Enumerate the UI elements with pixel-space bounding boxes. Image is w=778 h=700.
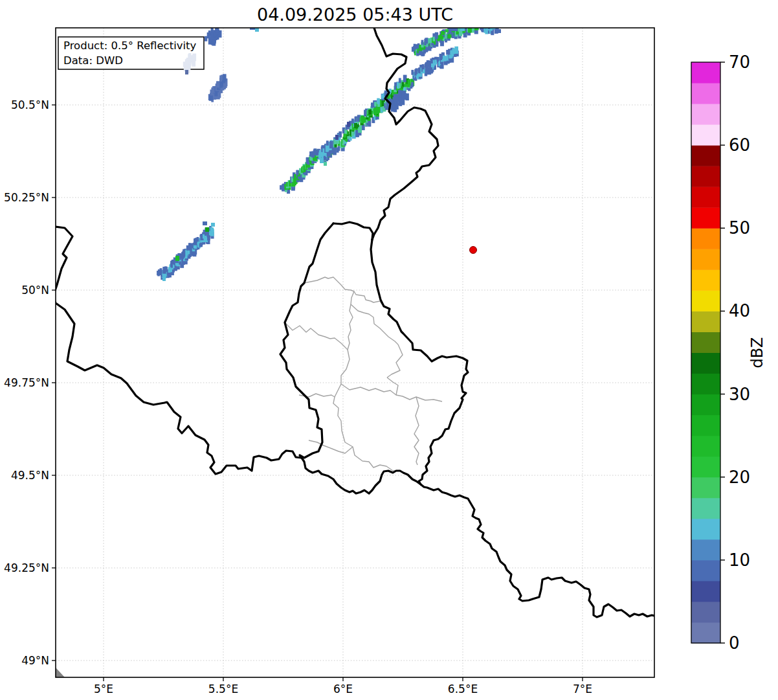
- echo-cell: [223, 74, 227, 82]
- colorbar-segment: [691, 602, 720, 623]
- colorbar-segment: [691, 498, 720, 519]
- echo-cell: [441, 31, 445, 35]
- colorbar-tick-label: 60: [729, 135, 750, 155]
- echo-cell: [185, 70, 188, 74]
- colorbar-segment: [691, 290, 720, 311]
- y-tick-label: 49.25°N: [4, 561, 49, 574]
- corner-artifact: [56, 668, 65, 677]
- colorbar-segment: [691, 228, 720, 249]
- echo-cell: [329, 141, 333, 149]
- echo-cell: [431, 63, 434, 67]
- echo-band-top: [412, 20, 479, 56]
- canton-line-5: [387, 344, 403, 378]
- x-tick-label: 5°E: [94, 683, 113, 695]
- echo-cell: [472, 24, 474, 30]
- y-tick-label: 49.5°N: [11, 469, 49, 482]
- colorbar-tick-label: 50: [729, 218, 750, 238]
- colorbar-segment: [691, 332, 720, 353]
- colorbar-segment: [691, 83, 720, 104]
- y-tick-label: 49°N: [21, 654, 49, 667]
- colorbar-segment: [691, 374, 720, 395]
- colorbar-tick-label: 10: [729, 550, 750, 570]
- x-tick-label: 6°E: [333, 683, 353, 695]
- echo-cell: [255, 28, 259, 32]
- plot-area-group: [54, 20, 654, 677]
- echo-cell: [211, 223, 215, 227]
- luxembourg-north-border: [333, 222, 373, 240]
- echo-cell: [165, 267, 168, 272]
- echo-cell: [320, 158, 324, 163]
- echo-cell: [497, 29, 501, 33]
- colorbar-tick-label: 40: [729, 301, 750, 321]
- colorbar-segment: [691, 539, 720, 561]
- luxembourg-west-border: [280, 223, 333, 458]
- colorbar-segment: [691, 207, 720, 229]
- x-tick-label: 6.5°E: [448, 683, 478, 695]
- product-info-box: Product: 0.5° Reflectivity Data: DWD: [58, 37, 202, 71]
- colorbar-tick-label: 30: [729, 385, 750, 404]
- y-tick-label: 50°N: [21, 284, 49, 297]
- echo-cell: [203, 221, 207, 225]
- echo-cell: [210, 227, 213, 232]
- echo-cluster-lowleft: [157, 226, 214, 280]
- echo-cell: [421, 40, 424, 45]
- data-source-label: Data: DWD: [63, 53, 196, 68]
- echo-cell: [197, 237, 199, 242]
- echo-cell: [411, 82, 414, 87]
- colorbar-unit-label: dBZ: [748, 337, 766, 368]
- echo-cell: [310, 152, 313, 157]
- echo-cell: [436, 34, 438, 39]
- y-tick-label: 50.25°N: [4, 191, 49, 204]
- colorbar-segment: [691, 477, 720, 499]
- radar-site-marker: [470, 247, 477, 254]
- echo-cell: [428, 38, 430, 43]
- echo-cell: [434, 60, 437, 64]
- luxembourg-germany-border: [371, 240, 468, 484]
- echo-cell: [411, 70, 414, 75]
- echo-cell: [338, 146, 340, 151]
- colorbar-tick-label: 20: [729, 468, 750, 487]
- colorbar-segment: [691, 519, 720, 540]
- colorbar-tick-label: 0: [729, 633, 740, 653]
- colorbar-segment: [691, 124, 720, 146]
- echo-cell: [427, 60, 430, 65]
- map-canvas: 5°E5.5°E6°E6.5°E7°E50.5°N50.25°N50°N49.7…: [0, 0, 778, 700]
- canton-line-4: [285, 322, 348, 350]
- echo-cell: [433, 37, 436, 41]
- colorbar-segment: [691, 104, 720, 125]
- x-tick-label: 5.5°E: [208, 683, 238, 695]
- echo-cell: [162, 277, 166, 281]
- colorbar-segment: [691, 145, 720, 166]
- colorbar-segment: [691, 581, 720, 602]
- colorbar-segment: [691, 457, 720, 478]
- echo-cell: [415, 68, 418, 74]
- colorbar-segment: [691, 622, 720, 644]
- echo-cell: [306, 157, 309, 162]
- echo-cell: [188, 243, 191, 248]
- echo-cell: [216, 25, 219, 32]
- canton-line-3: [351, 304, 398, 344]
- echo-cell: [280, 185, 282, 190]
- colorbar-segment: [691, 269, 720, 291]
- echo-cell: [335, 135, 339, 140]
- echo-cell: [192, 243, 194, 249]
- colorbar-tick-label: 70: [729, 52, 750, 72]
- colorbar-segment: [691, 436, 720, 457]
- echo-cell: [347, 122, 350, 127]
- echo-cell: [250, 25, 256, 30]
- y-tick-label: 50.5°N: [11, 98, 49, 111]
- echo-cell: [450, 51, 452, 55]
- echo-cell: [354, 123, 357, 128]
- echo-cell: [402, 82, 405, 87]
- echo-cell: [361, 117, 363, 122]
- echo-cell: [208, 30, 211, 36]
- colorbar-segment: [691, 394, 720, 416]
- echo-cell: [399, 78, 401, 84]
- echo-cell: [175, 256, 179, 261]
- echo-cell: [425, 47, 428, 52]
- colorbar: 010203040506070dBZ: [691, 52, 766, 653]
- echo-cell: [403, 91, 406, 97]
- echo-cell: [216, 81, 219, 87]
- belgium-germany-border: [372, 28, 438, 240]
- plot-title: 04.09.2025 05:43 UTC: [56, 5, 654, 25]
